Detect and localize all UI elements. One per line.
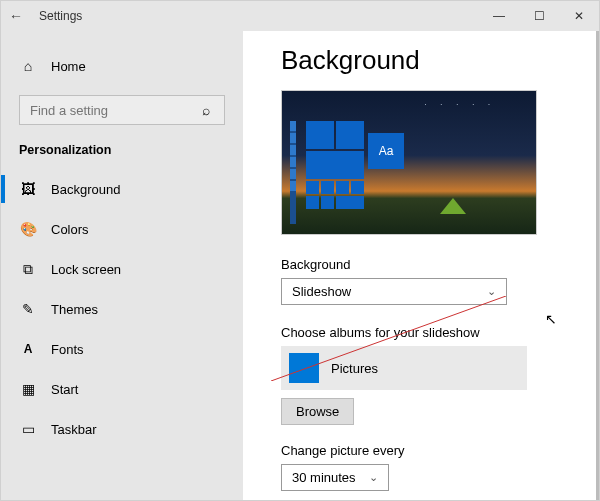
- sidebar-item-label: Background: [51, 182, 120, 197]
- background-value: Slideshow: [292, 284, 351, 299]
- maximize-button[interactable]: ☐: [519, 9, 559, 23]
- browse-label: Browse: [296, 404, 339, 419]
- palette-icon: 🎨: [19, 220, 37, 238]
- search-box[interactable]: ⌕: [19, 95, 225, 125]
- content-pane: Background · · · · · Aa Background Slide…: [243, 31, 599, 500]
- window-title: Settings: [31, 9, 82, 23]
- preview-aa-tile: Aa: [368, 133, 404, 169]
- sidebar: ⌂ Home ⌕ Personalization 🖼 Background 🎨 …: [1, 31, 243, 500]
- sidebar-item-background[interactable]: 🖼 Background: [1, 169, 243, 209]
- background-preview: · · · · · Aa: [281, 90, 537, 235]
- background-label: Background: [281, 257, 569, 272]
- fonts-icon: A: [19, 340, 37, 358]
- sidebar-item-label: Themes: [51, 302, 98, 317]
- chevron-down-icon: ⌄: [369, 471, 378, 484]
- category-label: Personalization: [1, 139, 243, 169]
- sidebar-item-lock-screen[interactable]: ⧉ Lock screen: [1, 249, 243, 289]
- chevron-down-icon: ⌄: [487, 285, 496, 298]
- sidebar-item-label: Fonts: [51, 342, 84, 357]
- minimize-button[interactable]: —: [479, 9, 519, 23]
- start-icon: ▦: [19, 380, 37, 398]
- sidebar-item-label: Taskbar: [51, 422, 97, 437]
- album-name: Pictures: [331, 361, 378, 376]
- search-icon: ⌕: [198, 101, 214, 119]
- change-picture-value: 30 minutes: [292, 470, 356, 485]
- album-item[interactable]: Pictures: [281, 346, 527, 390]
- search-input[interactable]: [30, 103, 198, 118]
- scrollbar[interactable]: [596, 31, 599, 500]
- change-picture-dropdown[interactable]: 30 minutes ⌄: [281, 464, 389, 491]
- background-dropdown[interactable]: Slideshow ⌄: [281, 278, 507, 305]
- preview-start-tiles: Aa: [306, 121, 414, 211]
- sidebar-item-start[interactable]: ▦ Start: [1, 369, 243, 409]
- home-label: Home: [51, 59, 86, 74]
- browse-button[interactable]: Browse: [281, 398, 354, 425]
- sidebar-item-taskbar[interactable]: ▭ Taskbar: [1, 409, 243, 449]
- themes-icon: ✎: [19, 300, 37, 318]
- sidebar-item-colors[interactable]: 🎨 Colors: [1, 209, 243, 249]
- sidebar-item-themes[interactable]: ✎ Themes: [1, 289, 243, 329]
- sidebar-item-label: Colors: [51, 222, 89, 237]
- sidebar-item-label: Start: [51, 382, 78, 397]
- album-thumbnail: [289, 353, 319, 383]
- page-title: Background: [281, 45, 569, 76]
- taskbar-icon: ▭: [19, 420, 37, 438]
- home-icon: ⌂: [19, 57, 37, 75]
- change-picture-label: Change picture every: [281, 443, 569, 458]
- stars-decor: · · · · ·: [424, 101, 496, 108]
- settings-window: ← Settings — ☐ ✕ ⌂ Home ⌕ Personalizatio…: [0, 0, 600, 501]
- lock-screen-icon: ⧉: [19, 260, 37, 278]
- preview-tent: [440, 198, 466, 214]
- home-nav[interactable]: ⌂ Home: [1, 49, 243, 83]
- album-label: Choose albums for your slideshow: [281, 325, 569, 340]
- preview-taskbar: [290, 121, 296, 224]
- close-button[interactable]: ✕: [559, 9, 599, 23]
- back-button[interactable]: ←: [1, 8, 31, 24]
- sidebar-item-fonts[interactable]: A Fonts: [1, 329, 243, 369]
- picture-icon: 🖼: [19, 180, 37, 198]
- titlebar: ← Settings — ☐ ✕: [1, 1, 599, 31]
- sidebar-item-label: Lock screen: [51, 262, 121, 277]
